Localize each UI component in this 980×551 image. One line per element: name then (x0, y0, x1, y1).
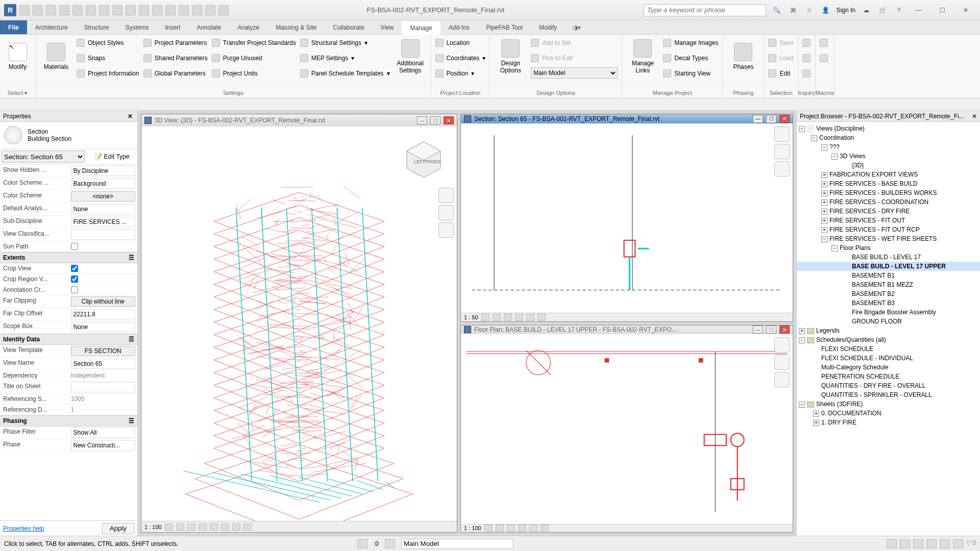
ribbon-collapse-icon[interactable]: ◑▾ (569, 20, 584, 34)
snaps-button[interactable]: Snaps (77, 52, 139, 64)
tree-node[interactable]: +FIRE SERVICES - FIT OUT (797, 216, 980, 225)
properties-help-link[interactable]: Properties help (3, 525, 44, 532)
sun-icon[interactable] (504, 314, 512, 321)
tree-node[interactable]: BASEMENT B2 (797, 289, 980, 298)
project-params-button[interactable]: Project Parameters (143, 37, 208, 49)
3d-scale[interactable]: 1 : 100 (144, 524, 162, 530)
tree-node[interactable]: +FABRICATION EXPORT VIEWS (797, 170, 980, 179)
global-params-button[interactable]: Global Parameters (143, 67, 208, 80)
search-input[interactable] (644, 4, 766, 16)
prop-value[interactable] (69, 427, 138, 439)
vb-icon[interactable] (518, 524, 526, 532)
tree-node[interactable]: BASE BUILD - LEVEL 17 UPPER (797, 262, 980, 271)
tree-node[interactable]: +FIRE SERVICES - DRY FIRE (797, 207, 980, 216)
section-icon[interactable] (179, 5, 189, 15)
tree-node[interactable]: −📄 Views (Discipline) (797, 124, 980, 133)
shadow-icon[interactable] (515, 314, 523, 321)
vb-icon[interactable] (199, 523, 207, 531)
nav-home-icon[interactable] (774, 127, 790, 142)
prop-value[interactable] (69, 216, 138, 228)
editreq-icon[interactable] (385, 539, 395, 548)
tree-node[interactable]: −Sheets (3DFIRE) (797, 399, 980, 409)
tree-node[interactable]: QUANTITIES - DRY FIRE - OVERALL (797, 381, 980, 390)
vb-icon[interactable] (484, 524, 493, 532)
star-icon[interactable]: ☆ (804, 5, 815, 16)
structural-settings-button[interactable]: Structural Settings ▾ (300, 37, 390, 49)
select-dropdown[interactable]: Select ▾ (0, 87, 35, 98)
nav-orbit-icon[interactable] (438, 205, 454, 220)
tree-node[interactable]: +0. DOCUMENTATION (797, 409, 980, 418)
tree-node[interactable]: −FIRE SERVICES - WET FIRE SHEETS (797, 234, 980, 243)
tag-icon[interactable] (152, 5, 162, 15)
app-menu-button[interactable]: R (4, 4, 16, 16)
project-info-button[interactable]: Project Information (77, 67, 139, 80)
transfer-standards-button[interactable]: Transfer Project Standards (212, 37, 296, 49)
prop-value[interactable] (69, 274, 138, 284)
vb-icon[interactable] (507, 524, 515, 532)
properties-close-icon[interactable]: ✕ (126, 112, 134, 120)
starting-view-button[interactable]: Starting View (663, 67, 718, 80)
prop-group-header[interactable]: Phasing☰ (0, 415, 137, 427)
tree-node[interactable]: Fire Brigade Booster Assembly (797, 308, 980, 317)
switchwin-icon[interactable] (218, 5, 229, 15)
3d-canvas[interactable]: LEFTFRONT (141, 127, 457, 521)
sign-in-link[interactable]: Sign In (837, 7, 855, 14)
coordinates-button[interactable]: Coordinates ▾ (435, 52, 486, 64)
viewport-3d-title[interactable]: 3D View: {3D} - FS-BSA-002-RVT_EXPORT_Re… (141, 114, 457, 127)
vb-icon[interactable] (243, 523, 252, 531)
vp-min-icon[interactable]: — (753, 325, 763, 334)
nav-pan-icon[interactable] (438, 222, 454, 238)
additional-settings-button[interactable]: Additional Settings (394, 37, 427, 77)
design-options-button[interactable]: Design Options (494, 37, 527, 77)
tab-addins[interactable]: Add-Ins (440, 20, 478, 34)
align-icon[interactable] (112, 5, 122, 15)
prop-value[interactable] (69, 165, 138, 177)
vp-min-icon[interactable]: — (753, 115, 763, 123)
tree-node[interactable]: FLEXI SCHEDULE - INDIVIDUAL (797, 354, 980, 363)
manage-images-button[interactable]: Manage Images (663, 37, 718, 49)
prop-value[interactable] (69, 321, 138, 333)
prop-value[interactable] (69, 178, 138, 190)
tree-node[interactable]: −Schedules/Quantities (all) (797, 335, 980, 344)
tree-node[interactable]: PENETRATION SCHEDULE (797, 372, 980, 381)
nav-wheel-icon[interactable] (438, 188, 454, 203)
tree-node[interactable]: {3D} (797, 161, 980, 170)
exchange-icon[interactable]: ☁ (861, 5, 872, 16)
tree-node[interactable]: BASEMENT B3 (797, 298, 980, 308)
decal-types-button[interactable]: Decal Types (663, 52, 718, 64)
tree-node[interactable]: GROUND FLOOR (797, 317, 980, 326)
plan-canvas[interactable] (461, 334, 793, 523)
tree-node[interactable]: Multi-Category Schedule (797, 363, 980, 372)
modify-button[interactable]: ↖Modify (4, 37, 31, 77)
print-icon[interactable] (86, 5, 96, 15)
seldrag-icon[interactable] (940, 539, 950, 548)
tree-node[interactable]: +FIRE SERVICES - BUILDERS WORKS (797, 188, 980, 197)
browser-tree[interactable]: −📄 Views (Discipline)−Coordination−???−3… (797, 122, 980, 536)
selpin-icon[interactable] (887, 539, 897, 548)
viewport-plan-title[interactable]: Floor Plan: BASE BUILD - LEVEL 17 UPPER … (461, 325, 793, 335)
vp-close-icon[interactable]: ✕ (779, 325, 790, 334)
redo-icon[interactable] (72, 5, 83, 15)
prop-value[interactable] (69, 358, 138, 370)
shared-params-button[interactable]: Shared Parameters (143, 52, 208, 64)
tab-manage[interactable]: Manage (402, 21, 440, 35)
close-button[interactable]: ✕ (957, 4, 975, 16)
panel-schedule-button[interactable]: Panel Schedule Templates ▾ (300, 67, 390, 80)
viewport-section-title[interactable]: Section: Section 65 - FS-BSA-002-RVT_EXP… (461, 114, 793, 123)
prop-value[interactable] (69, 381, 138, 393)
tab-file[interactable]: File (0, 20, 27, 34)
prop-value[interactable] (69, 203, 138, 215)
tree-node[interactable]: QUANTITIES - SPRINKLER - OVERALL (797, 390, 980, 399)
prop-value[interactable]: FS SECTION (69, 345, 138, 357)
tab-architecture[interactable]: Architecture (27, 20, 76, 34)
detail-icon[interactable] (481, 314, 489, 321)
vp-close-icon[interactable]: ✕ (444, 116, 454, 124)
nav-home-icon[interactable] (774, 337, 790, 353)
vp-max-icon[interactable]: ☐ (766, 115, 776, 123)
vb-icon[interactable] (541, 524, 549, 532)
ids-button[interactable] (802, 37, 811, 49)
tab-structure[interactable]: Structure (76, 20, 117, 34)
project-units-button[interactable]: Project Units (212, 67, 296, 80)
tree-node[interactable]: FLEXI SCHEDULE (797, 344, 980, 354)
prop-value[interactable] (69, 241, 138, 252)
